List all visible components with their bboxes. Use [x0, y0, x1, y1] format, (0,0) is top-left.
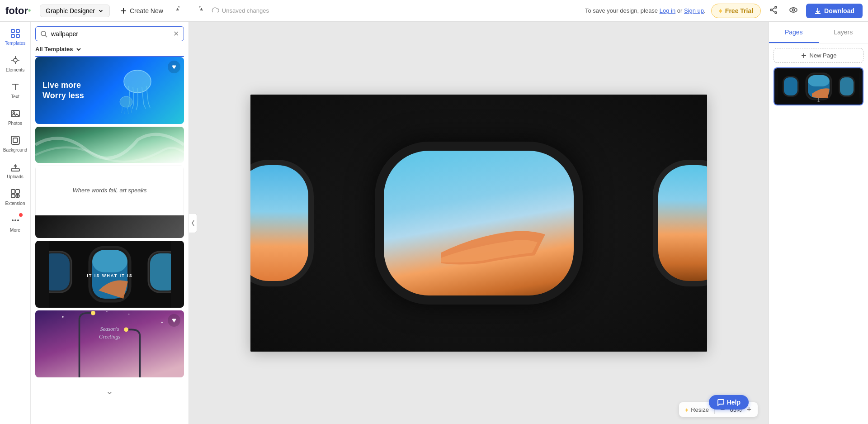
sidebar-item-uploads[interactable]: Uploads: [0, 157, 30, 184]
svg-rect-48: [150, 253, 171, 291]
tab-pages[interactable]: Pages: [769, 22, 819, 43]
window-center-inner: [384, 151, 574, 295]
zoom-plus-button[interactable]: +: [746, 405, 751, 414]
sidebar-label-photos: Photos: [8, 121, 22, 126]
heart-icon-5[interactable]: ♥: [168, 314, 180, 327]
sidebar-label-text: Text: [11, 94, 19, 99]
seasons-svg: Season's Greetings: [35, 310, 184, 377]
sidebar-label-uploads: Uploads: [7, 174, 24, 179]
svg-rect-29: [11, 194, 15, 198]
clear-search-button[interactable]: ✕: [173, 29, 179, 38]
svg-rect-28: [16, 190, 19, 193]
redo-button[interactable]: [192, 3, 206, 18]
grid-icon: [10, 28, 21, 39]
template-card-airplane[interactable]: IT IS WHAT IT IS: [35, 241, 184, 308]
window-right-inner: [658, 165, 707, 281]
sidebar-item-elements[interactable]: Elements: [0, 50, 30, 77]
create-new-button[interactable]: Create New: [115, 5, 168, 17]
svg-rect-13: [16, 34, 19, 38]
all-templates-button[interactable]: All Templates: [35, 46, 81, 52]
svg-point-7: [790, 8, 797, 12]
left-sidebar-icons: Templates Elements Text Photos Backgroun…: [0, 22, 31, 424]
tab-layers[interactable]: Layers: [819, 22, 868, 43]
cloud-icon: [211, 7, 219, 15]
svg-point-2: [775, 6, 777, 8]
plus-icon: [120, 7, 127, 14]
sidebar-item-more[interactable]: More: [0, 210, 30, 237]
main-layout: Templates Elements Text Photos Backgroun…: [0, 22, 868, 424]
more-icon: [10, 215, 21, 226]
sidebar-label-more: More: [10, 228, 20, 233]
template-card-jellyfish[interactable]: Live more Worry less: [35, 57, 184, 124]
unsaved-label: Unsaved changes: [211, 7, 269, 15]
svg-rect-46: [92, 250, 127, 272]
svg-rect-27: [11, 190, 15, 193]
canvas-wrapper: [250, 95, 707, 352]
search-icon: [40, 30, 47, 38]
svg-point-34: [14, 219, 16, 221]
airplane-window-svg: IT IS WHAT IT IS: [49, 241, 171, 308]
download-button[interactable]: Download: [806, 4, 863, 18]
sidebar-label-templates: Templates: [5, 41, 26, 46]
svg-rect-10: [11, 29, 14, 33]
resize-icon: ♦: [685, 406, 689, 413]
eye-icon: [789, 5, 798, 14]
collapse-left-icon: [191, 220, 195, 226]
heart-icon-1[interactable]: ♥: [168, 61, 180, 73]
new-page-button[interactable]: New Page: [774, 48, 863, 63]
svg-rect-65: [784, 77, 797, 95]
search-input[interactable]: [51, 30, 170, 38]
sidebar-item-templates[interactable]: Templates: [0, 24, 30, 50]
svg-text:Greetings: Greetings: [99, 333, 121, 340]
crown-icon: ♦: [719, 7, 722, 15]
svg-line-6: [772, 10, 775, 12]
share-button[interactable]: [766, 3, 781, 19]
undo-icon: [176, 6, 184, 14]
extension-icon: [10, 188, 21, 199]
templates-grid: Live more Worry less: [31, 57, 189, 424]
svg-point-58: [106, 311, 107, 312]
svg-line-37: [45, 35, 47, 37]
sidebar-label-extension: Extension: [5, 201, 25, 206]
template-card-marble[interactable]: [35, 127, 184, 163]
undo-button[interactable]: [173, 3, 187, 18]
template-card-quote[interactable]: Where words fail, art speaks: [35, 166, 184, 238]
svg-rect-12: [11, 34, 14, 38]
svg-point-60: [128, 314, 129, 314]
svg-rect-11: [16, 29, 19, 33]
svg-point-57: [62, 316, 64, 318]
scroll-hint: ⌄: [35, 380, 184, 402]
sidebar-item-extension[interactable]: Extension: [0, 184, 30, 210]
svg-point-52: [91, 311, 95, 315]
uploads-icon: [10, 162, 21, 172]
sidebar-item-background[interactable]: Background: [0, 130, 30, 157]
free-trial-button[interactable]: ♦ Free Trial: [711, 4, 761, 18]
wing: [441, 226, 545, 269]
resize-button[interactable]: ♦ Resize: [685, 406, 709, 413]
svg-rect-70: [840, 77, 854, 95]
app-logo: fotor®: [5, 5, 31, 17]
template-card-seasons[interactable]: Season's Greetings ♥: [35, 310, 184, 377]
app-selector-label: Graphic Designer: [46, 7, 95, 14]
app-selector-button[interactable]: Graphic Designer: [40, 5, 110, 17]
log-in-link[interactable]: Log in: [660, 7, 675, 14]
preview-button[interactable]: [786, 3, 801, 19]
svg-point-33: [12, 219, 14, 221]
sidebar-label-elements: Elements: [6, 67, 25, 72]
window-left-inner: [250, 165, 308, 281]
svg-rect-26: [11, 169, 19, 171]
window-right: [653, 160, 707, 286]
svg-point-59: [161, 322, 163, 324]
show-more-button[interactable]: ⌄: [37, 382, 182, 400]
sidebar-item-text[interactable]: Text: [0, 77, 30, 104]
help-button[interactable]: Help: [709, 395, 749, 410]
sign-up-link[interactable]: Sign up: [684, 7, 704, 14]
template-text-quote: Where words fail, art speaks: [72, 186, 146, 195]
sidebar-item-photos[interactable]: Photos: [0, 104, 30, 130]
page-thumbnail-1[interactable]: 1: [774, 67, 863, 105]
collapse-left-button[interactable]: [189, 213, 197, 233]
filter-bar: All Templates: [31, 44, 189, 56]
right-sidebar: Pages Layers New Page: [769, 22, 868, 424]
search-bar: ✕: [35, 26, 184, 41]
svg-line-5: [772, 8, 775, 10]
